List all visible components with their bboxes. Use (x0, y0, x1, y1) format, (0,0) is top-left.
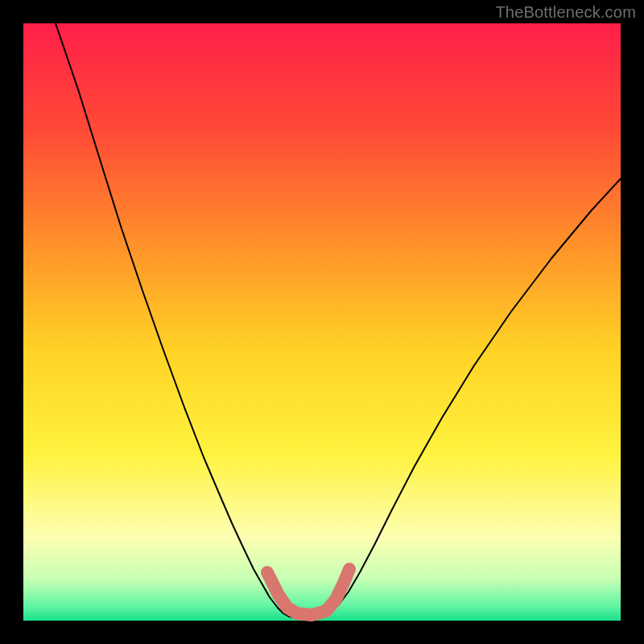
chart-frame: TheBottleneck.com (0, 0, 644, 644)
watermark-text: TheBottleneck.com (495, 3, 636, 22)
plot-area (23, 23, 621, 621)
marker-layer (23, 23, 621, 621)
optimal-region-marker (267, 569, 349, 615)
